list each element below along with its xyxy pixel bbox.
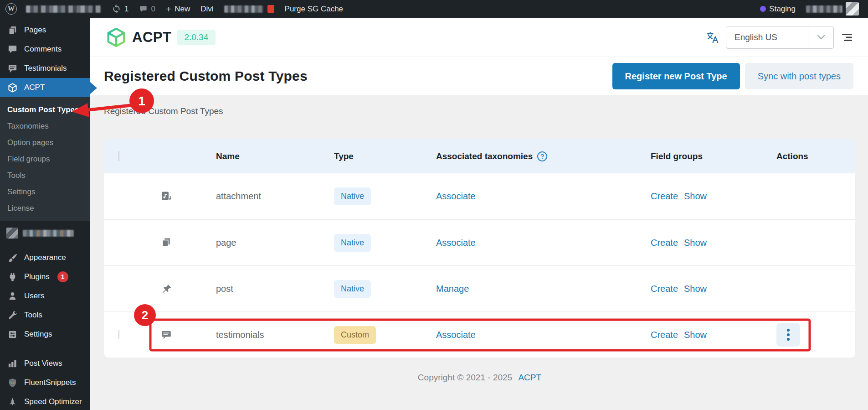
sidebar-item-label: Comments [24,45,62,54]
translate-icon [706,31,719,44]
staging-label: Staging [769,5,796,14]
submenu-option-pages[interactable]: Option pages [0,135,90,151]
redacted-username [806,5,842,13]
language-select[interactable]: English US [726,26,834,49]
sidebar-item-label: Users [24,291,44,301]
associate-link[interactable]: Associate [436,238,476,248]
create-link[interactable]: Create [651,330,678,340]
updates-indicator[interactable]: 1 [112,4,128,14]
sidebar-item-redacted[interactable] [0,226,90,240]
user-icon [6,291,18,301]
submenu-custom-post-types[interactable]: Custom Post Types [0,102,90,118]
sidebar-item-label: Testimonials [24,64,67,73]
redacted-favicon [267,5,274,13]
sidebar-item-label: Pages [24,26,46,35]
sidebar-item-label: Plugins [24,272,50,281]
sidebar-item-tools[interactable]: Tools [0,306,90,325]
sidebar-item-speed-optimizer[interactable]: Speed Optimizer [0,392,90,410]
submenu-settings[interactable]: Settings [0,184,90,200]
wp-admin-bar: W 1 0 + New Divi Purge SG Cache [0,0,868,18]
plugin-icon [6,272,18,282]
hamburger-icon[interactable] [840,32,853,43]
sidebar-item-comments[interactable]: Comments [0,40,90,59]
register-new-post-type-button[interactable]: Register new Post Type [612,63,740,89]
footer: Copyright © 2021 - 2025 ACPT [104,373,855,383]
row-actions-kebab-button[interactable] [776,323,800,347]
create-link[interactable]: Create [651,238,678,248]
purge-cache-menu[interactable]: Purge SG Cache [285,5,344,14]
testimonial-icon [146,329,201,341]
type-badge: Native [334,187,371,205]
sidebar-item-acpt[interactable]: ACPT [0,78,90,97]
associate-link[interactable]: Associate [436,330,476,340]
header-name: Name [201,151,319,161]
sidebar-item-label: Tools [24,311,42,320]
header-field-groups: Field groups [636,151,762,161]
sidebar-item-plugins[interactable]: Plugins 1 [0,267,90,286]
plugins-update-badge: 1 [57,271,68,282]
appearance-brush-icon [6,253,18,263]
staging-dot-icon [760,6,766,12]
redacted-text [23,230,74,237]
staging-indicator: Staging [760,5,796,14]
type-badge: Native [334,234,371,252]
submenu-tools[interactable]: Tools [0,167,90,184]
show-link[interactable]: Show [684,330,707,340]
submenu-label: Custom Post Types [7,105,79,114]
table-row-attachment: attachment Native Associate Create Show [104,173,855,219]
submenu-label: Taxonomies [7,122,49,131]
comments-count: 0 [151,5,155,14]
create-link[interactable]: Create [651,191,678,202]
acpt-brand: ACPT 2.0.34 [106,27,216,48]
submenu-label: Tools [7,171,26,180]
post-type-name: post [201,284,319,294]
testimonial-icon [6,63,18,74]
show-link[interactable]: Show [684,191,707,202]
header-taxonomies: Associated taxonomies [436,151,533,161]
acpt-footer-link[interactable]: ACPT [518,373,541,382]
media-icon [146,190,201,202]
row-checkbox[interactable] [118,330,119,339]
submenu-label: License [7,204,34,213]
sidebar-item-users[interactable]: Users [0,286,90,306]
updates-count: 1 [124,5,128,14]
sidebar-item-post-views[interactable]: Post Views [0,354,90,373]
associate-link[interactable]: Associate [436,191,476,201]
sidebar-item-testimonials[interactable]: Testimonials [0,59,90,78]
sidebar-item-pages[interactable]: Pages [0,21,90,40]
manage-link[interactable]: Manage [436,284,469,294]
settings-sliders-icon [6,329,18,340]
table-row-page: page Native Associate Create Show [104,219,855,265]
comment-bubble-icon [139,5,148,13]
question-circle-icon[interactable]: ? [537,151,547,161]
section-subtitle: Registered Custom Post Types [104,106,223,116]
select-all-checkbox[interactable] [118,151,119,161]
wordpress-logo-icon[interactable]: W [5,3,17,15]
submenu-taxonomies[interactable]: Taxonomies [0,118,90,135]
type-badge: Custom [334,326,376,344]
account-menu[interactable] [806,2,859,16]
site-name-redacted[interactable] [26,5,101,13]
post-type-name: testimonials [201,330,319,340]
submenu-license[interactable]: License [0,200,90,217]
pages-icon [6,25,18,36]
create-link[interactable]: Create [651,284,678,294]
divi-menu[interactable]: Divi [200,5,213,14]
page-title: Registered Custom Post Types [104,68,308,84]
show-link[interactable]: Show [684,238,707,248]
post-type-name: attachment [201,191,319,202]
sidebar-item-settings[interactable]: Settings [0,325,90,344]
show-link[interactable]: Show [684,284,707,294]
acpt-cube-icon [6,83,18,93]
sidebar-item-fluentsnippets[interactable]: FluentSnippets [0,373,90,392]
comments-indicator[interactable]: 0 [139,5,155,14]
comments-icon [6,44,18,55]
submenu-field-groups[interactable]: Field groups [0,151,90,167]
sync-with-post-types-button[interactable]: Sync with post types [745,63,853,89]
chevron-down-icon [808,26,833,48]
redacted-text [26,5,101,13]
new-menu[interactable]: + New [166,4,190,14]
plugin-menu-redacted[interactable] [224,5,274,13]
content-area: Registered Custom Post Types Name Type A… [90,95,868,410]
sidebar-item-appearance[interactable]: Appearance [0,248,90,267]
